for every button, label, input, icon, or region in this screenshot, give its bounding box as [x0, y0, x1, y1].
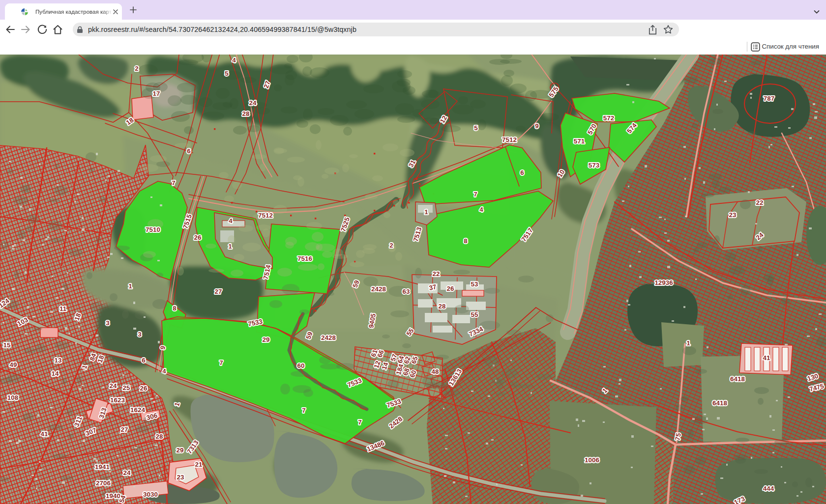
svg-text:37: 37 — [428, 283, 437, 292]
svg-text:6: 6 — [142, 357, 145, 364]
svg-text:24: 24 — [110, 382, 117, 390]
svg-text:41: 41 — [41, 430, 48, 438]
svg-text:7512: 7512 — [258, 212, 273, 219]
svg-text:4: 4 — [479, 206, 483, 213]
svg-text:27: 27 — [215, 288, 222, 295]
svg-text:3030: 3030 — [143, 491, 158, 498]
svg-text:2: 2 — [389, 242, 393, 249]
svg-text:53: 53 — [471, 280, 478, 288]
svg-text:571: 571 — [574, 138, 585, 145]
svg-text:6: 6 — [187, 147, 190, 155]
svg-text:26: 26 — [194, 234, 202, 241]
svg-text:787: 787 — [764, 95, 774, 102]
svg-text:7: 7 — [473, 191, 477, 198]
svg-text:7: 7 — [219, 359, 223, 366]
svg-text:2428: 2428 — [371, 285, 386, 293]
svg-text:8: 8 — [464, 237, 468, 245]
svg-text:2428: 2428 — [321, 334, 336, 341]
svg-text:7510: 7510 — [146, 226, 160, 233]
svg-text:5: 5 — [474, 124, 478, 132]
svg-text:22: 22 — [756, 199, 764, 206]
svg-text:14: 14 — [52, 370, 59, 377]
svg-text:21: 21 — [195, 461, 203, 468]
svg-text:27: 27 — [121, 426, 128, 433]
svg-text:49: 49 — [10, 361, 17, 368]
svg-text:28: 28 — [439, 303, 446, 310]
svg-text:6418: 6418 — [712, 399, 727, 407]
svg-text:13: 13 — [55, 357, 62, 364]
svg-text:1623: 1623 — [110, 396, 125, 404]
svg-text:22: 22 — [433, 270, 440, 278]
svg-text:2: 2 — [135, 65, 138, 72]
svg-text:15: 15 — [3, 341, 11, 349]
svg-text:572: 572 — [603, 114, 614, 122]
svg-text:28: 28 — [156, 433, 163, 440]
svg-text:1006: 1006 — [585, 456, 599, 464]
svg-text:23: 23 — [729, 211, 737, 219]
svg-text:26: 26 — [140, 385, 148, 392]
svg-text:6: 6 — [520, 169, 524, 176]
svg-text:3: 3 — [106, 319, 109, 327]
svg-text:444: 444 — [763, 485, 774, 492]
svg-text:2706: 2706 — [96, 479, 111, 487]
svg-text:7: 7 — [302, 407, 305, 414]
svg-text:11: 11 — [59, 305, 67, 312]
svg-text:4: 4 — [232, 56, 236, 64]
svg-text:1: 1 — [686, 339, 690, 347]
svg-text:28: 28 — [242, 110, 250, 117]
svg-text:23: 23 — [177, 474, 184, 481]
svg-text:25: 25 — [123, 384, 130, 392]
svg-text:29: 29 — [263, 336, 270, 343]
svg-text:108: 108 — [7, 394, 19, 401]
svg-text:4: 4 — [162, 367, 166, 375]
svg-text:573: 573 — [589, 162, 599, 169]
svg-text:7512: 7512 — [502, 136, 517, 143]
svg-text:5: 5 — [225, 70, 229, 77]
svg-text:26: 26 — [447, 285, 454, 292]
svg-text:1: 1 — [228, 243, 232, 250]
svg-text:29: 29 — [177, 447, 184, 454]
svg-text:12936: 12936 — [654, 279, 673, 286]
svg-text:63: 63 — [403, 288, 410, 295]
svg-text:24: 24 — [123, 469, 131, 476]
svg-text:3: 3 — [138, 331, 141, 338]
svg-text:24: 24 — [249, 99, 257, 107]
svg-text:7: 7 — [172, 179, 175, 187]
svg-text:1941: 1941 — [95, 463, 110, 471]
svg-text:48: 48 — [432, 368, 439, 375]
svg-text:8: 8 — [173, 305, 177, 312]
svg-text:7516: 7516 — [297, 255, 312, 262]
svg-text:17: 17 — [153, 90, 160, 97]
svg-text:4: 4 — [229, 217, 233, 224]
svg-text:55: 55 — [471, 311, 478, 318]
svg-text:60: 60 — [297, 362, 305, 369]
svg-text:1: 1 — [424, 208, 428, 216]
svg-text:6418: 6418 — [730, 375, 745, 383]
svg-text:1940: 1940 — [106, 492, 120, 500]
svg-text:1: 1 — [128, 282, 132, 290]
svg-text:7: 7 — [358, 419, 361, 426]
svg-text:1624: 1624 — [130, 406, 145, 414]
svg-text:9: 9 — [535, 122, 538, 130]
svg-text:41: 41 — [763, 354, 770, 362]
